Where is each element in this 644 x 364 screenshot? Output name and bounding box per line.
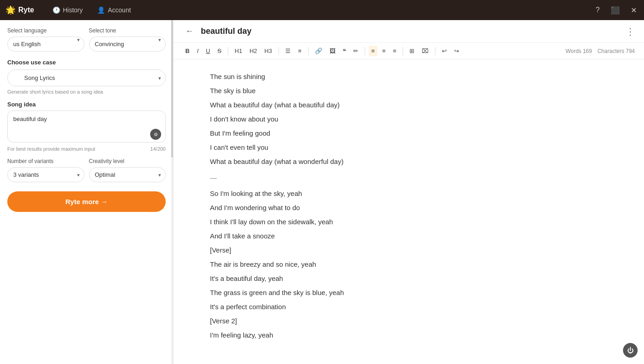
lyric-line: What a beautiful day (what a beautiful d… xyxy=(210,99,607,111)
power-button[interactable]: ⏻ xyxy=(623,343,638,358)
logo-icon: 🌟 xyxy=(5,5,16,15)
h1-button[interactable]: H1 xyxy=(232,46,245,56)
editor-title: beautiful day xyxy=(201,26,621,36)
creativity-label: Creativity level xyxy=(89,158,166,164)
lyric-line: The grass is green and the sky is blue, … xyxy=(210,286,607,299)
word-count: Words 169 xyxy=(565,48,592,54)
align-right-button[interactable]: ≡ xyxy=(390,46,399,56)
sidebar: Select language us English British Engli… xyxy=(0,20,173,364)
lyric-line: But I'm feeling good xyxy=(210,127,607,139)
lyric-line: The sun is shining xyxy=(210,70,607,83)
align-left-button[interactable]: ≡ xyxy=(369,46,378,56)
char-count-display: Characters 794 xyxy=(597,48,635,54)
use-case-section-label: Choose use case xyxy=(7,59,166,66)
help-icon[interactable]: ? xyxy=(594,4,602,16)
link-button[interactable]: 🔗 xyxy=(312,46,325,56)
editor-toolbar: B I U S H1 H2 H3 ☰ ≡ 🔗 🖼 ❝ ✏ ≡ ≡ ≡ ⊞ ⌧ ↩… xyxy=(173,43,644,59)
quote-button[interactable]: ❝ xyxy=(340,46,349,56)
lyric-line: — xyxy=(210,171,607,184)
lyric-line: What a beautiful day (what a wonderful d… xyxy=(210,155,607,168)
h2-button[interactable]: H2 xyxy=(247,46,260,56)
app-name: Ryte xyxy=(18,6,34,14)
variants-col: Number of variants 1 variant 2 variants … xyxy=(7,158,84,182)
char-count: 14/200 xyxy=(150,146,166,152)
back-button[interactable]: ← xyxy=(183,26,196,37)
history-label: History xyxy=(63,6,83,14)
more-options-button[interactable]: ⋮ xyxy=(626,26,635,37)
toolbar-divider-3 xyxy=(308,47,309,55)
content-area: ← beautiful day ⋮ B I U S H1 H2 H3 ☰ ≡ 🔗… xyxy=(173,20,644,364)
image-button[interactable]: 🖼 xyxy=(327,46,338,56)
lang-tone-row: Select language us English British Engli… xyxy=(7,27,166,52)
song-idea-label: Song idea xyxy=(7,101,166,108)
tone-select[interactable]: Convincing Casual Formal xyxy=(89,37,166,52)
redo-button[interactable]: ↪ xyxy=(451,46,462,56)
lyric-line: The sky is blue xyxy=(210,84,607,97)
use-case-select[interactable]: Song Lyrics Blog Post Email xyxy=(7,69,166,86)
editor-header: ← beautiful day ⋮ xyxy=(173,20,644,43)
use-case-wrapper: ♪ Song Lyrics Blog Post Email ▾ xyxy=(7,69,166,86)
lyric-line: [Verse 2] xyxy=(210,315,607,327)
lyric-line: So I'm looking at the sky, yeah xyxy=(210,187,607,200)
char-count-row: For best results provide maximum input 1… xyxy=(7,146,166,152)
underline-button[interactable]: U xyxy=(203,46,213,56)
h3-button[interactable]: H3 xyxy=(262,46,275,56)
bold-button[interactable]: B xyxy=(183,46,192,56)
topnav: 🌟 Ryte 🕐 History 👤 Account ? ⬛ ✕ xyxy=(0,0,644,20)
align-center-button[interactable]: ≡ xyxy=(379,46,388,56)
song-idea-wrapper: beautiful day ⚙ xyxy=(7,111,166,144)
ryte-more-button[interactable]: Ryte more → xyxy=(7,191,166,212)
close-icon[interactable]: ✕ xyxy=(629,4,639,16)
history-icon: 🕐 xyxy=(52,6,60,14)
bullet-list-button[interactable]: ☰ xyxy=(283,46,293,56)
lyric-line: I'm feeling lazy, yeah xyxy=(210,329,607,341)
highlight-button[interactable]: ✏ xyxy=(351,46,361,56)
external-link-icon[interactable]: ⬛ xyxy=(609,4,622,16)
undo-button[interactable]: ↩ xyxy=(439,46,450,56)
strikethrough-button[interactable]: S xyxy=(215,46,224,56)
tone-wrapper: Select tone Convincing Casual Formal ▾ xyxy=(89,27,166,52)
creativity-select[interactable]: Low Optimal High xyxy=(89,167,166,182)
ryte-more-label: Ryte more → xyxy=(65,198,108,206)
variants-label: Number of variants xyxy=(7,158,84,164)
ordered-list-button[interactable]: ≡ xyxy=(295,46,304,56)
toolbar-divider-1 xyxy=(228,47,228,55)
tone-label: Select tone xyxy=(89,27,166,34)
variants-select[interactable]: 1 variant 2 variants 3 variants 4 varian… xyxy=(7,167,84,182)
toolbar-divider-2 xyxy=(278,47,279,55)
history-nav-item[interactable]: 🕐 History xyxy=(45,0,90,20)
use-case-hint: Generate short lyrics based on a song id… xyxy=(7,89,166,95)
account-label: Account xyxy=(108,6,131,14)
toolbar-divider-6 xyxy=(435,47,435,55)
generate-icon[interactable]: ⚙ xyxy=(150,129,161,140)
clear-format-button[interactable]: ⌧ xyxy=(419,46,431,56)
lyric-line: I think I'll lay down on the sidewalk, y… xyxy=(210,216,607,228)
creativity-col: Creativity level Low Optimal High ▾ xyxy=(89,158,166,182)
toolbar-divider-5 xyxy=(403,47,403,55)
lyric-line: The air is breezy and so nice, yeah xyxy=(210,258,607,270)
song-idea-input[interactable]: beautiful day xyxy=(7,111,166,142)
creativity-wrapper: Low Optimal High ▾ xyxy=(89,167,166,182)
app-logo[interactable]: 🌟 Ryte xyxy=(5,5,34,15)
language-label: Select language xyxy=(7,27,84,34)
variants-row: Number of variants 1 variant 2 variants … xyxy=(7,158,166,182)
lyric-line: And I'll take a snooze xyxy=(210,230,607,242)
italic-button[interactable]: I xyxy=(194,46,201,56)
main-layout: Select language us English British Engli… xyxy=(0,20,644,364)
lyric-line: And I'm wondering what to do xyxy=(210,201,607,214)
char-hint: For best results provide maximum input xyxy=(7,146,95,152)
nav-icons: ? ⬛ ✕ xyxy=(594,4,639,16)
account-nav-item[interactable]: 👤 Account xyxy=(90,0,138,20)
language-select[interactable]: us English British English French Spanis… xyxy=(7,37,84,52)
lyric-line: It's a beautiful day, yeah xyxy=(210,272,607,285)
editor-content[interactable]: The sun is shiningThe sky is blueWhat a … xyxy=(173,59,644,364)
variants-wrapper: 1 variant 2 variants 3 variants 4 varian… xyxy=(7,167,84,182)
sidebar-scrollbar[interactable] xyxy=(171,20,173,364)
lyric-line: It's a perfect combination xyxy=(210,301,607,313)
language-wrapper: Select language us English British Engli… xyxy=(7,27,84,52)
lyric-line: I can't even tell you xyxy=(210,141,607,153)
table-button[interactable]: ⊞ xyxy=(407,46,417,56)
lyric-line: I don't know about you xyxy=(210,113,607,125)
toolbar-divider-4 xyxy=(365,47,365,55)
lyric-line: [Verse] xyxy=(210,244,607,256)
